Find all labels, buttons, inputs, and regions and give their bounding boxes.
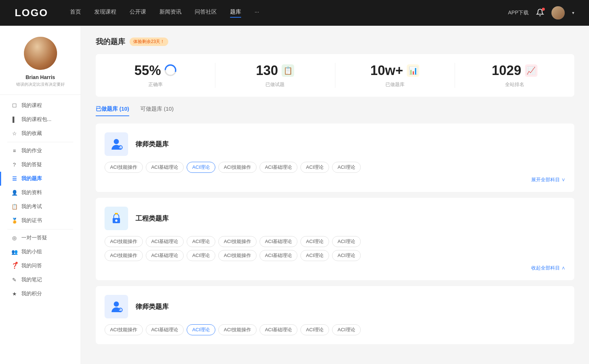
sidebar-item-question-bank[interactable]: ☰ 我的题库 (0, 172, 81, 186)
tag-2-8[interactable]: ACI技能操作 (105, 250, 143, 261)
points-icon: ★ (11, 291, 18, 297)
tag-1-1[interactable]: ACI技能操作 (105, 162, 143, 173)
page-wrapper: Brian Harris 错误的决定比没有决定要好 ☐ 我的课程 ▌ 我的课程包… (0, 26, 589, 364)
sidebar-label-profile: 我的资料 (21, 189, 42, 196)
nav-home[interactable]: 首页 (70, 8, 81, 18)
tag-1-3[interactable]: ACI理论 (187, 162, 215, 173)
tag-3-1[interactable]: ACI技能操作 (105, 324, 143, 335)
svg-point-7 (115, 220, 117, 222)
tag-2-4[interactable]: ACI技能操作 (218, 236, 257, 247)
tag-1-7[interactable]: ACI理论 (332, 162, 361, 173)
sidebar-item-one-on-one[interactable]: ◎ 一对一答疑 (0, 231, 81, 245)
notification-dot (542, 8, 545, 11)
sidebar-label-my-courses: 我的课程 (21, 102, 42, 109)
user-avatar[interactable] (551, 6, 565, 19)
svg-point-2 (114, 139, 119, 144)
tag-2-9[interactable]: ACI基础理论 (146, 250, 184, 261)
sidebar-item-exam[interactable]: 📋 我的考试 (0, 200, 81, 214)
tab-available-banks[interactable]: 可做题库 (10) (140, 106, 174, 116)
tag-1-5[interactable]: ACI基础理论 (260, 162, 298, 173)
nav-news[interactable]: 新闻资讯 (159, 8, 181, 18)
tag-1-6[interactable]: ACI理论 (300, 162, 329, 173)
sidebar-item-course-packages[interactable]: ▌ 我的课程包... (0, 113, 81, 126)
profile-icon: 👤 (11, 190, 18, 196)
sidebar-item-my-courses[interactable]: ☐ 我的课程 (0, 99, 81, 113)
sidebar-label-one-on-one: 一对一答疑 (21, 235, 47, 241)
tag-2-14[interactable]: ACI理论 (332, 250, 361, 261)
stat-banks-top: 10w+ 📊 (343, 63, 447, 78)
sidebar-item-notes[interactable]: ✎ 我的笔记 (0, 273, 81, 287)
user-menu-chevron[interactable]: ▾ (572, 10, 574, 15)
qbank-title-3: 律师类题库 (135, 302, 169, 311)
sidebar-item-favorites[interactable]: ☆ 我的收藏 (0, 126, 81, 140)
main-content: 我的题库 体验剩余23天！ 55% 正确率 (81, 26, 589, 364)
tag-3-6[interactable]: ACI理论 (300, 324, 329, 335)
stat-rank-label: 全站排名 (462, 81, 567, 88)
navbar: LOGO 首页 发现课程 公开课 新闻资讯 问答社区 题库 ··· APP下载 … (0, 0, 589, 26)
tab-done-banks[interactable]: 已做题库 (10) (96, 106, 129, 116)
tag-2-13[interactable]: ACI理论 (300, 250, 329, 261)
stat-rank-top: 1029 📈 (462, 63, 567, 78)
trial-badge: 体验剩余23天！ (130, 38, 168, 46)
tag-2-3[interactable]: ACI理论 (187, 236, 215, 247)
sidebar-item-qa[interactable]: ? 我的答疑 (0, 158, 81, 172)
divider-2 (7, 229, 73, 229)
tag-2-2[interactable]: ACI基础理论 (146, 236, 184, 247)
divider-1 (7, 142, 73, 142)
qbank-tags-1: ACI技能操作 ACI基础理论 ACI理论 ACI技能操作 ACI基础理论 AC… (105, 162, 565, 173)
sidebar-item-group[interactable]: 👥 我的小组 (0, 245, 81, 259)
tag-3-7[interactable]: ACI理论 (332, 324, 361, 335)
nav-open-course[interactable]: 公开课 (130, 8, 146, 18)
tag-2-10[interactable]: ACI理论 (187, 250, 215, 261)
stat-questions-done: 130 📋 已做试题 (215, 63, 335, 88)
tag-3-2[interactable]: ACI基础理论 (146, 324, 184, 335)
packages-icon: ▌ (11, 117, 18, 122)
stat-banks-label: 已做题库 (343, 81, 447, 88)
courses-icon: ☐ (11, 103, 18, 108)
tag-2-12[interactable]: ACI基础理论 (260, 250, 298, 261)
sidebar-label-qa: 我的答疑 (21, 161, 42, 168)
sidebar-item-my-questions[interactable]: ❓ 我的问答 (0, 259, 81, 273)
tag-1-2[interactable]: ACI基础理论 (146, 162, 184, 173)
tag-3-3[interactable]: ACI理论 (187, 324, 215, 335)
tabs-row: 已做题库 (10) 可做题库 (10) (96, 106, 574, 116)
sidebar-item-profile[interactable]: 👤 我的资料 (0, 186, 81, 200)
chart-icon: 📈 (525, 64, 537, 77)
page-header: 我的题库 体验剩余23天！ (96, 37, 574, 47)
collapse-link-2[interactable]: 收起全部科目 ∧ (531, 265, 565, 271)
logo[interactable]: LOGO (15, 7, 48, 19)
sidebar-item-homework[interactable]: ≡ 我的作业 (0, 144, 81, 158)
app-download-link[interactable]: APP下载 (508, 10, 529, 16)
tag-2-1[interactable]: ACI技能操作 (105, 236, 143, 247)
nav-menu: 首页 发现课程 公开课 新闻资讯 问答社区 题库 ··· (70, 8, 508, 18)
nav-discover[interactable]: 发现课程 (94, 8, 116, 18)
tag-1-4[interactable]: ACI技能操作 (218, 162, 257, 173)
sidebar-label-my-questions: 我的问答 (21, 263, 42, 269)
sidebar-label-question-bank: 我的题库 (21, 175, 42, 182)
nav-question-bank[interactable]: 题库 (230, 8, 241, 18)
sidebar-profile: Brian Harris 错误的决定比没有决定要好 (0, 37, 81, 95)
exam-icon: 📋 (11, 204, 18, 210)
tag-2-7[interactable]: ACI理论 (332, 236, 361, 247)
sidebar-item-certificate[interactable]: 🏅 我的证书 (0, 214, 81, 228)
nav-more[interactable]: ··· (254, 8, 259, 18)
sidebar-avatar (24, 37, 57, 70)
sidebar-menu: ☐ 我的课程 ▌ 我的课程包... ☆ 我的收藏 ≡ 我的作业 ? 我的答疑 ☰ (0, 95, 81, 304)
tag-3-5[interactable]: ACI基础理论 (260, 324, 298, 335)
expand-link-1[interactable]: 展开全部科目 ∨ (531, 177, 565, 182)
notification-bell[interactable] (536, 8, 544, 18)
stat-accuracy-top: 55% (103, 63, 208, 78)
nav-qa[interactable]: 问答社区 (195, 8, 217, 18)
tag-2-6[interactable]: ACI理论 (300, 236, 329, 247)
stat-accuracy-value: 55% (134, 63, 161, 78)
user-motto: 错误的决定比没有决定要好 (0, 82, 81, 87)
qbank-header-2: 工程类题库 (105, 207, 565, 230)
stat-rank-value: 1029 (492, 63, 521, 78)
tag-2-5[interactable]: ACI基础理论 (260, 236, 298, 247)
tag-3-4[interactable]: ACI技能操作 (218, 324, 257, 335)
sidebar-item-points[interactable]: ★ 我的积分 (0, 287, 81, 301)
qbank-card-2: 工程类题库 ACI技能操作 ACI基础理论 ACI理论 ACI技能操作 ACI基… (96, 198, 574, 280)
sidebar-label-certificate: 我的证书 (21, 217, 42, 224)
sidebar-label-homework: 我的作业 (21, 147, 42, 154)
tag-2-11[interactable]: ACI技能操作 (218, 250, 257, 261)
